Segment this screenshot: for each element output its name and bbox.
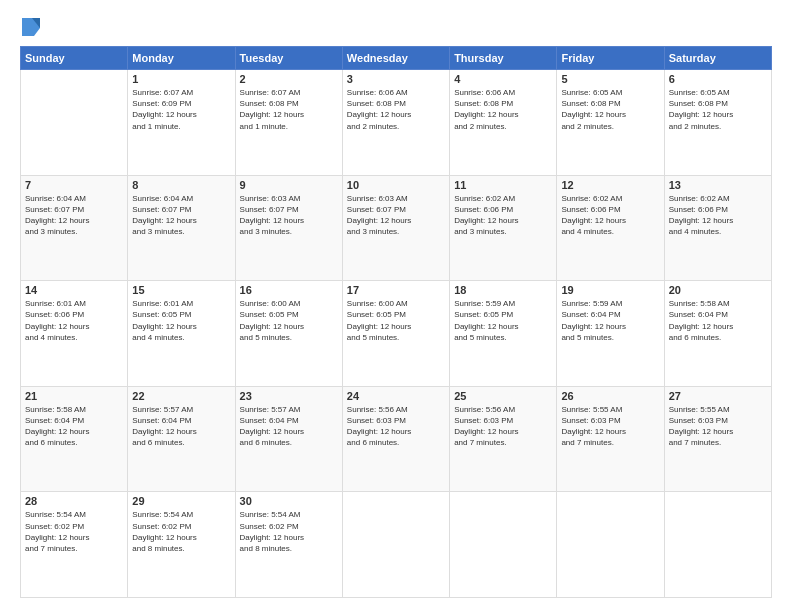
logo [20,18,40,36]
weekday-monday: Monday [128,47,235,70]
day-number: 27 [669,390,767,402]
calendar-cell: 21Sunrise: 5:58 AM Sunset: 6:04 PM Dayli… [21,386,128,492]
cell-content: Sunrise: 6:00 AM Sunset: 6:05 PM Dayligh… [240,298,338,343]
calendar-cell [450,492,557,598]
cell-content: Sunrise: 6:04 AM Sunset: 6:07 PM Dayligh… [25,193,123,238]
day-number: 22 [132,390,230,402]
day-number: 11 [454,179,552,191]
calendar-cell: 16Sunrise: 6:00 AM Sunset: 6:05 PM Dayli… [235,281,342,387]
calendar-table: SundayMondayTuesdayWednesdayThursdayFrid… [20,46,772,598]
cell-content: Sunrise: 5:55 AM Sunset: 6:03 PM Dayligh… [561,404,659,449]
calendar-cell: 30Sunrise: 5:54 AM Sunset: 6:02 PM Dayli… [235,492,342,598]
cell-content: Sunrise: 6:01 AM Sunset: 6:05 PM Dayligh… [132,298,230,343]
cell-content: Sunrise: 6:04 AM Sunset: 6:07 PM Dayligh… [132,193,230,238]
calendar-cell: 4Sunrise: 6:06 AM Sunset: 6:08 PM Daylig… [450,70,557,176]
cell-content: Sunrise: 6:05 AM Sunset: 6:08 PM Dayligh… [669,87,767,132]
cell-content: Sunrise: 5:54 AM Sunset: 6:02 PM Dayligh… [25,509,123,554]
week-row-4: 21Sunrise: 5:58 AM Sunset: 6:04 PM Dayli… [21,386,772,492]
calendar-cell: 5Sunrise: 6:05 AM Sunset: 6:08 PM Daylig… [557,70,664,176]
day-number: 9 [240,179,338,191]
weekday-friday: Friday [557,47,664,70]
cell-content: Sunrise: 5:59 AM Sunset: 6:05 PM Dayligh… [454,298,552,343]
cell-content: Sunrise: 6:01 AM Sunset: 6:06 PM Dayligh… [25,298,123,343]
calendar-cell: 1Sunrise: 6:07 AM Sunset: 6:09 PM Daylig… [128,70,235,176]
cell-content: Sunrise: 5:54 AM Sunset: 6:02 PM Dayligh… [240,509,338,554]
cell-content: Sunrise: 5:57 AM Sunset: 6:04 PM Dayligh… [132,404,230,449]
calendar-cell: 11Sunrise: 6:02 AM Sunset: 6:06 PM Dayli… [450,175,557,281]
day-number: 7 [25,179,123,191]
day-number: 12 [561,179,659,191]
cell-content: Sunrise: 6:06 AM Sunset: 6:08 PM Dayligh… [454,87,552,132]
cell-content: Sunrise: 5:58 AM Sunset: 6:04 PM Dayligh… [669,298,767,343]
calendar-cell: 29Sunrise: 5:54 AM Sunset: 6:02 PM Dayli… [128,492,235,598]
cell-content: Sunrise: 6:07 AM Sunset: 6:08 PM Dayligh… [240,87,338,132]
day-number: 10 [347,179,445,191]
day-number: 23 [240,390,338,402]
day-number: 29 [132,495,230,507]
cell-content: Sunrise: 6:03 AM Sunset: 6:07 PM Dayligh… [347,193,445,238]
weekday-saturday: Saturday [664,47,771,70]
calendar-cell: 23Sunrise: 5:57 AM Sunset: 6:04 PM Dayli… [235,386,342,492]
page: SundayMondayTuesdayWednesdayThursdayFrid… [0,0,792,612]
cell-content: Sunrise: 5:55 AM Sunset: 6:03 PM Dayligh… [669,404,767,449]
calendar-cell: 7Sunrise: 6:04 AM Sunset: 6:07 PM Daylig… [21,175,128,281]
calendar-cell [342,492,449,598]
weekday-sunday: Sunday [21,47,128,70]
calendar-cell: 2Sunrise: 6:07 AM Sunset: 6:08 PM Daylig… [235,70,342,176]
day-number: 25 [454,390,552,402]
calendar-cell [21,70,128,176]
day-number: 14 [25,284,123,296]
weekday-wednesday: Wednesday [342,47,449,70]
cell-content: Sunrise: 5:59 AM Sunset: 6:04 PM Dayligh… [561,298,659,343]
calendar-cell: 24Sunrise: 5:56 AM Sunset: 6:03 PM Dayli… [342,386,449,492]
cell-content: Sunrise: 5:56 AM Sunset: 6:03 PM Dayligh… [454,404,552,449]
weekday-header-row: SundayMondayTuesdayWednesdayThursdayFrid… [21,47,772,70]
calendar-cell: 8Sunrise: 6:04 AM Sunset: 6:07 PM Daylig… [128,175,235,281]
day-number: 3 [347,73,445,85]
calendar-cell: 9Sunrise: 6:03 AM Sunset: 6:07 PM Daylig… [235,175,342,281]
day-number: 28 [25,495,123,507]
day-number: 18 [454,284,552,296]
week-row-5: 28Sunrise: 5:54 AM Sunset: 6:02 PM Dayli… [21,492,772,598]
cell-content: Sunrise: 6:02 AM Sunset: 6:06 PM Dayligh… [669,193,767,238]
week-row-3: 14Sunrise: 6:01 AM Sunset: 6:06 PM Dayli… [21,281,772,387]
cell-content: Sunrise: 6:05 AM Sunset: 6:08 PM Dayligh… [561,87,659,132]
calendar-cell: 22Sunrise: 5:57 AM Sunset: 6:04 PM Dayli… [128,386,235,492]
calendar-cell: 20Sunrise: 5:58 AM Sunset: 6:04 PM Dayli… [664,281,771,387]
calendar-cell: 17Sunrise: 6:00 AM Sunset: 6:05 PM Dayli… [342,281,449,387]
day-number: 16 [240,284,338,296]
calendar-cell: 15Sunrise: 6:01 AM Sunset: 6:05 PM Dayli… [128,281,235,387]
calendar-cell [664,492,771,598]
week-row-1: 1Sunrise: 6:07 AM Sunset: 6:09 PM Daylig… [21,70,772,176]
weekday-thursday: Thursday [450,47,557,70]
calendar-cell: 13Sunrise: 6:02 AM Sunset: 6:06 PM Dayli… [664,175,771,281]
day-number: 21 [25,390,123,402]
day-number: 5 [561,73,659,85]
day-number: 4 [454,73,552,85]
calendar-cell: 26Sunrise: 5:55 AM Sunset: 6:03 PM Dayli… [557,386,664,492]
calendar-cell: 27Sunrise: 5:55 AM Sunset: 6:03 PM Dayli… [664,386,771,492]
cell-content: Sunrise: 5:58 AM Sunset: 6:04 PM Dayligh… [25,404,123,449]
cell-content: Sunrise: 5:57 AM Sunset: 6:04 PM Dayligh… [240,404,338,449]
weekday-tuesday: Tuesday [235,47,342,70]
cell-content: Sunrise: 5:56 AM Sunset: 6:03 PM Dayligh… [347,404,445,449]
calendar-cell: 25Sunrise: 5:56 AM Sunset: 6:03 PM Dayli… [450,386,557,492]
day-number: 8 [132,179,230,191]
calendar-cell [557,492,664,598]
cell-content: Sunrise: 6:07 AM Sunset: 6:09 PM Dayligh… [132,87,230,132]
calendar-cell: 18Sunrise: 5:59 AM Sunset: 6:05 PM Dayli… [450,281,557,387]
calendar-cell: 28Sunrise: 5:54 AM Sunset: 6:02 PM Dayli… [21,492,128,598]
day-number: 20 [669,284,767,296]
cell-content: Sunrise: 6:02 AM Sunset: 6:06 PM Dayligh… [561,193,659,238]
day-number: 30 [240,495,338,507]
calendar-cell: 3Sunrise: 6:06 AM Sunset: 6:08 PM Daylig… [342,70,449,176]
day-number: 19 [561,284,659,296]
calendar-cell: 19Sunrise: 5:59 AM Sunset: 6:04 PM Dayli… [557,281,664,387]
calendar-cell: 10Sunrise: 6:03 AM Sunset: 6:07 PM Dayli… [342,175,449,281]
calendar-cell: 12Sunrise: 6:02 AM Sunset: 6:06 PM Dayli… [557,175,664,281]
cell-content: Sunrise: 6:00 AM Sunset: 6:05 PM Dayligh… [347,298,445,343]
day-number: 1 [132,73,230,85]
day-number: 6 [669,73,767,85]
day-number: 26 [561,390,659,402]
header [20,18,772,36]
